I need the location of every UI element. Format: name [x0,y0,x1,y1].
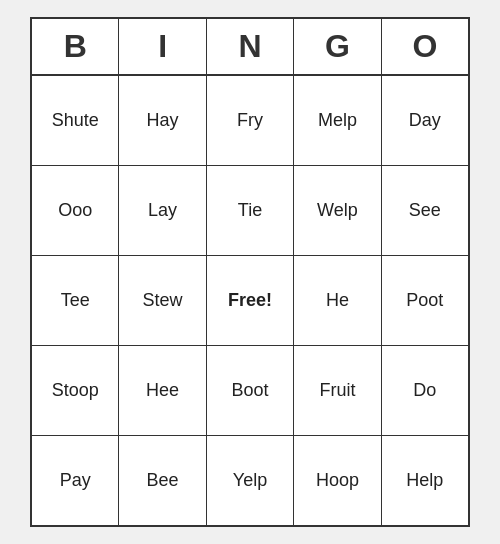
bingo-row-3: StoopHeeBootFruitDo [32,346,468,436]
bingo-cell-4-3[interactable]: Hoop [294,436,381,525]
header-cell-i: I [119,19,206,74]
bingo-cell-4-0[interactable]: Pay [32,436,119,525]
bingo-cell-3-4[interactable]: Do [382,346,468,435]
bingo-cell-3-2[interactable]: Boot [207,346,294,435]
bingo-cell-0-4[interactable]: Day [382,76,468,165]
bingo-row-2: TeeStewFree!HePoot [32,256,468,346]
bingo-cell-0-0[interactable]: Shute [32,76,119,165]
bingo-header: BINGO [32,19,468,76]
bingo-cell-1-0[interactable]: Ooo [32,166,119,255]
bingo-row-1: OooLayTieWelpSee [32,166,468,256]
bingo-row-0: ShuteHayFryMelpDay [32,76,468,166]
bingo-cell-2-3[interactable]: He [294,256,381,345]
bingo-cell-1-1[interactable]: Lay [119,166,206,255]
bingo-body: ShuteHayFryMelpDayOooLayTieWelpSeeTeeSte… [32,76,468,525]
bingo-cell-4-2[interactable]: Yelp [207,436,294,525]
bingo-card: BINGO ShuteHayFryMelpDayOooLayTieWelpSee… [30,17,470,527]
bingo-cell-3-1[interactable]: Hee [119,346,206,435]
header-cell-b: B [32,19,119,74]
bingo-cell-2-1[interactable]: Stew [119,256,206,345]
bingo-cell-3-0[interactable]: Stoop [32,346,119,435]
header-cell-o: O [382,19,468,74]
bingo-cell-2-2[interactable]: Free! [207,256,294,345]
bingo-cell-2-0[interactable]: Tee [32,256,119,345]
bingo-cell-3-3[interactable]: Fruit [294,346,381,435]
bingo-cell-0-2[interactable]: Fry [207,76,294,165]
bingo-cell-4-4[interactable]: Help [382,436,468,525]
bingo-cell-1-3[interactable]: Welp [294,166,381,255]
header-cell-n: N [207,19,294,74]
bingo-cell-2-4[interactable]: Poot [382,256,468,345]
bingo-cell-0-1[interactable]: Hay [119,76,206,165]
bingo-cell-0-3[interactable]: Melp [294,76,381,165]
header-cell-g: G [294,19,381,74]
bingo-row-4: PayBeeYelpHoopHelp [32,436,468,525]
bingo-cell-1-2[interactable]: Tie [207,166,294,255]
bingo-cell-4-1[interactable]: Bee [119,436,206,525]
bingo-cell-1-4[interactable]: See [382,166,468,255]
